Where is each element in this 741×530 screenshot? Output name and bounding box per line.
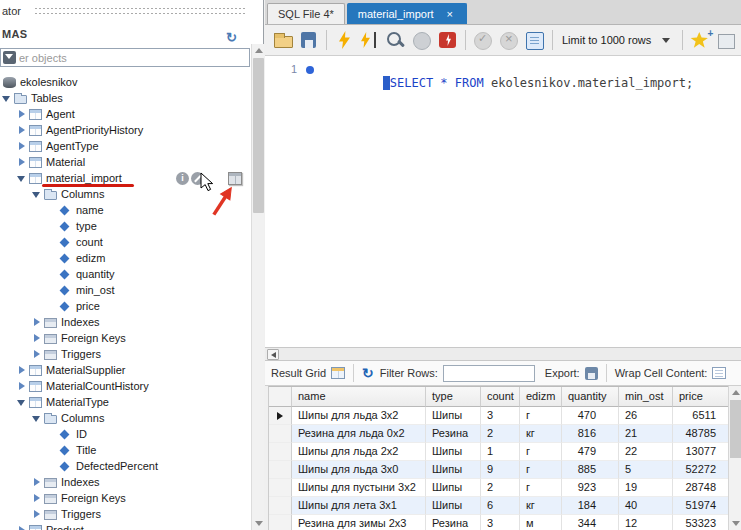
tree-item-columns[interactable]: Columns [0, 410, 250, 426]
tree-item-foreign-keys[interactable]: Foreign Keys [0, 330, 250, 346]
grid-cell-edizm[interactable]: м [520, 515, 562, 530]
grid-cell-price[interactable]: 6511 [673, 407, 728, 425]
grid-cell-type[interactable]: Шипы [426, 407, 481, 425]
tree-item-quantity[interactable]: quantity [0, 266, 250, 282]
expander-closed-icon[interactable] [17, 525, 28, 530]
column-header-type[interactable]: type [426, 387, 481, 407]
grid-cell-count[interactable]: 6 [481, 497, 520, 515]
commit-icon[interactable] [470, 28, 496, 52]
expander-closed-icon[interactable] [32, 509, 43, 520]
grid-cell-price[interactable]: 51974 [673, 497, 728, 515]
expander-open-icon[interactable] [17, 173, 28, 184]
scroll-down-icon[interactable] [732, 521, 740, 526]
tree-item-triggers[interactable]: Triggers [0, 506, 250, 522]
expander-closed-icon[interactable] [32, 477, 43, 488]
grid-cell-count[interactable]: 1 [481, 443, 520, 461]
tree-item-indexes[interactable]: Indexes [0, 314, 250, 330]
filter-rows-input[interactable] [443, 365, 535, 382]
tab-sql-file-4[interactable]: SQL File 4* [267, 3, 345, 24]
grid-cell-name[interactable]: Шипы для лета 3x1 [292, 497, 426, 515]
stop-icon[interactable] [409, 28, 435, 52]
column-header-price[interactable]: price [673, 387, 728, 407]
result-grid-icon[interactable] [331, 367, 345, 379]
tree-item-foreign-keys[interactable]: Foreign Keys [0, 490, 250, 506]
row-selector[interactable] [269, 515, 292, 530]
grid-cell-quantity[interactable]: 184 [562, 497, 619, 515]
grid-cell-min-ost[interactable]: 21 [619, 425, 673, 443]
scroll-up-icon[interactable] [732, 390, 740, 395]
column-header-edizm[interactable]: edizm [520, 387, 562, 407]
grid-cell-quantity[interactable]: 479 [562, 443, 619, 461]
column-header-quantity[interactable]: quantity [562, 387, 619, 407]
grid-cell-count[interactable]: 2 [481, 425, 520, 443]
close-tab-icon[interactable]: × [444, 8, 456, 20]
tree-item-agent[interactable]: Agent [0, 106, 250, 122]
grid-cell-quantity[interactable]: 470 [562, 407, 619, 425]
sql-code-line[interactable]: SELECT * FROM ekolesnikov.material_impor… [325, 62, 693, 104]
scrollbar-thumb[interactable] [253, 58, 264, 213]
table-row[interactable]: Шипы для пустыни 3x2Шипы2г9231928748 [269, 479, 728, 497]
scroll-left-icon[interactable] [267, 349, 279, 360]
grid-cell-type[interactable]: Шипы [426, 461, 481, 479]
execute-current-icon[interactable] [357, 28, 383, 52]
expander-open-icon[interactable] [2, 93, 13, 104]
grid-cell-quantity[interactable]: 923 [562, 479, 619, 497]
tree-item-indexes[interactable]: Indexes [0, 474, 250, 490]
expander-open-icon[interactable] [32, 189, 43, 200]
tree-item-product[interactable]: Product [0, 522, 250, 530]
row-selector[interactable] [269, 461, 292, 479]
grid-cell-edizm[interactable]: кг [520, 497, 562, 515]
partial-edge-icon[interactable] [713, 28, 739, 52]
grid-cell-price[interactable]: 52272 [673, 461, 728, 479]
tree-item-min-ost[interactable]: min_ost [0, 282, 250, 298]
tree-item-price[interactable]: price [0, 298, 250, 314]
grid-cell-min-ost[interactable]: 12 [619, 515, 673, 530]
tree-item-defectedpercent[interactable]: DefectedPercent [0, 458, 250, 474]
table-info-icon[interactable] [176, 172, 189, 185]
filter-objects-input[interactable] [19, 52, 249, 64]
grid-cell-type[interactable]: Резина [426, 515, 481, 530]
grid-cell-type[interactable]: Резина [426, 425, 481, 443]
expander-closed-icon[interactable] [17, 381, 28, 392]
tree-item-ekolesnikov[interactable]: ekolesnikov [0, 74, 250, 90]
grid-cell-edizm[interactable]: г [520, 479, 562, 497]
wrap-cell-icon[interactable] [712, 367, 726, 379]
expander-closed-icon[interactable] [32, 333, 43, 344]
expander-open-icon[interactable] [17, 397, 28, 408]
row-selector[interactable] [269, 407, 292, 425]
scroll-down-icon[interactable] [255, 521, 263, 526]
grid-cell-edizm[interactable]: г [520, 443, 562, 461]
tree-item-agentpriorityhistory[interactable]: AgentPriorityHistory [0, 122, 250, 138]
table-row[interactable]: Шипы для льда 3x0Шипы9г885552272 [269, 461, 728, 479]
refresh-schemas-icon[interactable]: ↻ [226, 26, 237, 50]
grid-cell-name[interactable]: Шипы для льда 3x0 [292, 461, 426, 479]
expander-closed-icon[interactable] [32, 349, 43, 360]
grid-cell-count[interactable]: 2 [481, 479, 520, 497]
grid-cell-min-ost[interactable]: 26 [619, 407, 673, 425]
grid-cell-price[interactable]: 48785 [673, 425, 728, 443]
row-selector[interactable] [269, 497, 292, 515]
column-header-count[interactable]: count [481, 387, 520, 407]
tree-item-count[interactable]: count [0, 234, 250, 250]
row-selector[interactable] [269, 443, 292, 461]
table-row[interactable]: Шипы для льда 3x2Шипы3г470266511 [269, 407, 728, 425]
tree-item-agenttype[interactable]: AgentType [0, 138, 250, 154]
expander-closed-icon[interactable] [17, 125, 28, 136]
rollback-icon[interactable] [496, 28, 522, 52]
grid-cell-min-ost[interactable]: 40 [619, 497, 673, 515]
table-row[interactable]: Шипы для лета 3x1Шипы6кг1844051974 [269, 497, 728, 515]
tree-item-edizm[interactable]: edizm [0, 250, 250, 266]
grid-cell-name[interactable]: Шипы для пустыни 3x2 [292, 479, 426, 497]
filter-objects-box[interactable] [0, 48, 250, 67]
grid-scrollbar[interactable] [728, 386, 741, 530]
tree-item-material[interactable]: Material [0, 154, 250, 170]
grid-cell-price[interactable]: 13077 [673, 443, 728, 461]
grid-cell-price[interactable]: 53323 [673, 515, 728, 530]
grid-cell-edizm[interactable]: кг [520, 425, 562, 443]
expander-closed-icon[interactable] [17, 365, 28, 376]
table-row[interactable]: Резина для зимы 2x3Резина3м3441253323 [269, 515, 728, 530]
table-row[interactable]: Шипы для льда 2x2Шипы1г4792213077 [269, 443, 728, 461]
tree-item-id[interactable]: ID [0, 426, 250, 442]
expander-closed-icon[interactable] [32, 317, 43, 328]
scrollbar-thumb[interactable] [730, 400, 741, 458]
